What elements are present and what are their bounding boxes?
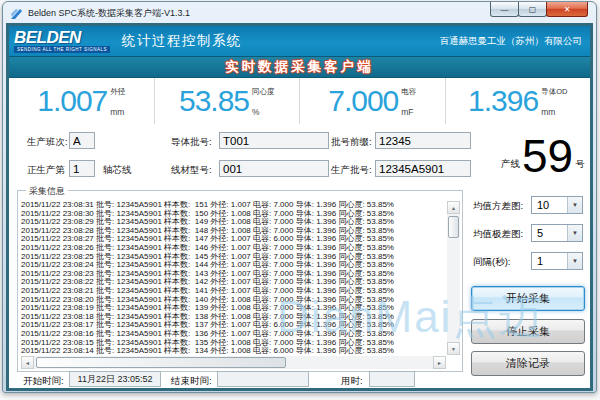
metric-value: 1.396 (468, 84, 538, 118)
conductor-batch-label: 导体批号: (171, 136, 212, 149)
producing-suffix-label: 轴芯线 (103, 164, 132, 177)
metric-unit: mm (541, 107, 567, 117)
elapsed-value (369, 371, 415, 387)
belden-logo: BELDEN SENDING ALL THE RIGHT SIGNALS (14, 30, 110, 53)
start-collection-button[interactable]: 开始采集 (471, 286, 585, 311)
conductor-batch-input[interactable] (219, 132, 329, 149)
producing-input[interactable] (69, 160, 95, 177)
end-time-label: 结束时间: (171, 375, 212, 388)
start-time-label: 开始时间: (23, 375, 64, 388)
production-batch-label: 生产批号: (331, 164, 372, 177)
chevron-down-icon: ▼ (567, 225, 582, 241)
metric-value: 53.85 (179, 84, 249, 118)
mean-variance-dropdown[interactable]: 10 ▼ (531, 196, 583, 214)
log-row: 2015/11/22 23:08:14 批号: 12345A5901 样本数: … (21, 347, 446, 355)
interval-label: 间隔(秒): (473, 256, 510, 269)
shift-label: 生产班次: (27, 136, 68, 149)
wire-model-label: 线材型号: (171, 164, 212, 177)
producing-label: 正生产第 (27, 164, 65, 177)
vertical-scroll-thumb[interactable] (448, 216, 459, 238)
metric-unit: % (252, 107, 275, 117)
interval-dropdown[interactable]: 1 ▼ (531, 252, 583, 270)
app-window: Belden SPC系统-数据采集客户端-V1.3.1 — ▢ ✕ BELDEN… (2, 1, 597, 393)
end-time-value (217, 371, 309, 387)
horizontal-scroll-thumb[interactable] (36, 357, 286, 368)
vertical-scrollbar[interactable]: ▲ ▼ (447, 201, 460, 355)
metrics-row: 1.007 外径 mm 53.85 同心度 % 7.000 (9, 78, 590, 124)
metric-label: 导体OD (541, 87, 567, 97)
production-line-display: 产线 59 号 (501, 132, 585, 180)
scroll-up-icon[interactable]: ▲ (447, 201, 460, 214)
line-prefix-label: 产线 (501, 158, 520, 171)
metric-conductor-od: 1.396 导体OD mm (445, 78, 591, 124)
elapsed-label: 用时: (341, 375, 363, 388)
close-button[interactable]: ✕ (546, 2, 588, 17)
maximize-icon: ▢ (529, 5, 537, 14)
belden-logo-text: BELDEN (14, 30, 81, 46)
line-suffix-label: 号 (575, 158, 585, 171)
maximize-button[interactable]: ▢ (518, 2, 547, 17)
mean-variance-label: 均值方差图: (473, 200, 523, 213)
metric-capacitance: 7.000 电容 mF (299, 78, 445, 124)
time-status-bar: 开始时间: 结束时间: 用时: (9, 370, 590, 388)
metric-label: 同心度 (252, 87, 275, 97)
metric-value: 7.000 (328, 84, 398, 118)
metric-label: 电容 (401, 87, 416, 97)
line-number: 59 (522, 132, 573, 180)
scroll-right-icon[interactable]: ► (433, 356, 446, 369)
mean-range-label: 均值极差图: (473, 228, 523, 241)
batch-prefix-label: 批号前缀: (331, 136, 372, 149)
app-icon (10, 7, 23, 20)
start-time-value (69, 371, 161, 387)
mean-range-dropdown[interactable]: 5 ▼ (531, 224, 583, 242)
minimize-button[interactable]: — (490, 2, 519, 17)
chevron-down-icon: ▼ (567, 253, 582, 269)
scroll-down-icon[interactable]: ▼ (447, 342, 460, 355)
chevron-down-icon: ▼ (567, 197, 582, 213)
system-name: 统计过程控制系统 (122, 32, 242, 50)
log-list[interactable]: 2015/11/22 23:08:31 批号: 12345A5901 样本数: … (21, 201, 446, 355)
window-title: Belden SPC系统-数据采集客户端-V1.3.1 (28, 7, 190, 20)
main-content: 1.007 外径 mm 53.85 同心度 % 7.000 (9, 78, 590, 388)
mean-range-value: 5 (532, 225, 567, 241)
titlebar[interactable]: Belden SPC系统-数据采集客户端-V1.3.1 — ▢ ✕ (3, 2, 596, 23)
shift-input[interactable] (69, 132, 95, 149)
company-name: 百通赫思曼工业（苏州）有限公司 (440, 35, 583, 48)
horizontal-scrollbar[interactable]: ◄ ► (21, 356, 446, 369)
stop-collection-button[interactable]: 停止采集 (471, 319, 585, 344)
metric-label: 外径 (110, 87, 125, 97)
production-batch-input[interactable] (375, 160, 471, 177)
metric-concentricity: 53.85 同心度 % (154, 78, 300, 124)
metric-outer-diameter: 1.007 外径 mm (9, 78, 154, 124)
interval-value: 1 (532, 253, 567, 269)
groupbox-title: 采集信息 (26, 185, 68, 198)
page-title: 实时数据采集客户端 (225, 58, 374, 76)
wire-model-input[interactable] (219, 160, 329, 177)
minimize-icon: — (501, 5, 509, 14)
window-controls: — ▢ ✕ (491, 2, 588, 17)
metric-unit: mF (401, 107, 416, 117)
scroll-left-icon[interactable]: ◄ (21, 356, 34, 369)
metric-value: 1.007 (37, 84, 107, 118)
batch-prefix-input[interactable] (375, 132, 471, 149)
metric-unit: mm (110, 107, 125, 117)
mean-variance-value: 10 (532, 197, 567, 213)
brand-bar: BELDEN SENDING ALL THE RIGHT SIGNALS 统计过… (9, 26, 590, 56)
production-form: 生产班次: 正生产第 轴芯线 导体批号: 线材型号: 批号前缀: 生产批号: 产… (9, 124, 590, 190)
client-area: BELDEN SENDING ALL THE RIGHT SIGNALS 统计过… (6, 23, 593, 391)
close-icon: ✕ (564, 5, 571, 14)
settings-panel: 均值方差图: 10 ▼ 均值极差图: 5 ▼ 间隔(秒): 1 ▼ 开始采集 停… (467, 192, 589, 384)
collection-info-groupbox: 采集信息 2015/11/22 23:08:31 批号: 12345A5901 … (17, 190, 463, 372)
belden-logo-tagline: SENDING ALL THE RIGHT SIGNALS (14, 46, 110, 53)
page-banner: 实时数据采集客户端 (9, 56, 590, 78)
